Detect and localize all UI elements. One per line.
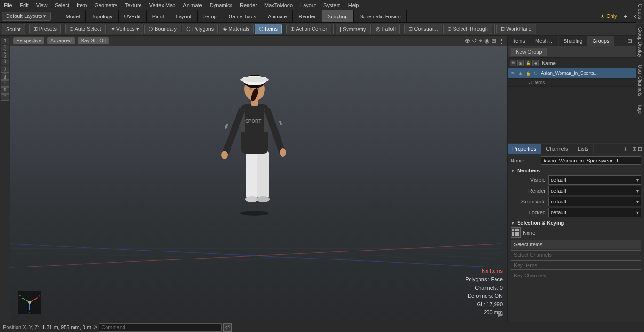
sidebar-btn-pol[interactable]: Pol	[1, 73, 9, 80]
key-items-button[interactable]: Key Items	[511, 260, 641, 270]
action-center-button[interactable]: ⊕ Action Center	[286, 24, 331, 34]
tab-layout[interactable]: Layout	[170, 10, 198, 22]
sidebar-btn-mes[interactable]: Mes	[1, 52, 9, 58]
menu-file[interactable]: File	[0, 1, 16, 9]
props-tab-properties[interactable]: Properties	[508, 144, 541, 154]
layout-add-button[interactable]: +	[621, 12, 630, 21]
viewport-advanced-btn[interactable]: Advanced	[47, 37, 74, 44]
col-extra-icon[interactable]: ◈	[532, 60, 539, 66]
menu-texture[interactable]: Texture	[121, 1, 146, 9]
tab-uvedit[interactable]: UVEdit	[119, 10, 147, 22]
name-input[interactable]	[541, 156, 641, 165]
viewport-rotate-icon[interactable]: ↺	[472, 37, 477, 45]
menu-help[interactable]: Help	[345, 1, 363, 9]
star-only-toggle[interactable]: ★ Only	[596, 12, 621, 20]
sidebar-btn-f[interactable]: F...	[1, 94, 9, 101]
item-lock-icon[interactable]: 🔒	[525, 70, 531, 77]
item-render-icon[interactable]: ◉	[517, 70, 524, 77]
menu-dynamics[interactable]: Dynamics	[206, 1, 236, 9]
edge-tab-user-channels[interactable]: User Channels	[636, 61, 644, 100]
viewport[interactable]: Perspective Advanced Ray GL: Off ⊕ ↺ ⌖ ◉…	[10, 36, 507, 322]
presets-button[interactable]: ⊞ Presets	[29, 24, 61, 34]
menu-item[interactable]: Item	[73, 1, 91, 9]
viewport-home-icon[interactable]: ⊕	[465, 37, 470, 45]
tab-topology[interactable]: Topology	[86, 10, 118, 22]
layout-dropdown[interactable]: Default Layouts ▾	[2, 12, 51, 21]
select-items-button[interactable]: Select Items	[511, 240, 641, 249]
panel-tab-shading[interactable]: Shading	[559, 36, 587, 46]
viewport-fit-icon[interactable]: ⌖	[479, 37, 482, 45]
menu-system[interactable]: System	[320, 1, 345, 9]
locked-dropdown[interactable]: default ▾	[548, 208, 641, 217]
panel-icon-lock[interactable]: ⊟	[626, 37, 634, 45]
key-channels-button[interactable]: Key Channels	[511, 271, 641, 280]
sidebar-btn-dup[interactable]: Dup	[1, 45, 9, 51]
col-lock-icon[interactable]: 🔒	[525, 60, 531, 66]
constraint-button[interactable]: ⊡ Constrai...	[404, 24, 442, 34]
render-dropdown[interactable]: default ▾	[548, 186, 641, 195]
workplane-button[interactable]: ⊟ WorkPlane	[496, 24, 536, 34]
menu-vertex-map[interactable]: Vertex Map	[146, 1, 180, 9]
panel-tab-groups[interactable]: Groups	[587, 36, 614, 46]
menu-animate[interactable]: Animate	[179, 1, 206, 9]
panel-tab-items[interactable]: Items	[508, 36, 530, 46]
viewport-more-icon[interactable]: ⋮	[498, 37, 504, 45]
sidebar-btn-c[interactable]: C...	[1, 80, 9, 87]
viewport-perspective-btn[interactable]: Perspective	[13, 37, 44, 44]
tab-scripting[interactable]: Scripting	[322, 10, 354, 22]
visible-dropdown[interactable]: default ▾	[548, 175, 641, 185]
menu-select[interactable]: Select	[51, 1, 73, 9]
select-channels-button[interactable]: Select Channels	[511, 250, 641, 259]
cmd-run-button[interactable]: ⏎	[223, 323, 232, 332]
polygons-button[interactable]: ⬡ Polygons	[182, 24, 218, 34]
props-plus-button[interactable]: +	[621, 145, 630, 153]
new-group-button[interactable]: New Group	[511, 48, 547, 56]
props-tab-channels[interactable]: Channels	[541, 144, 573, 154]
none-label[interactable]: None	[523, 230, 535, 235]
col-render-icon[interactable]: ◉	[517, 60, 524, 66]
menu-geometry[interactable]: Geometry	[91, 1, 121, 9]
edge-tab-tags[interactable]: Tags	[636, 100, 644, 118]
menu-maxtomodo[interactable]: MaxToModo	[261, 1, 297, 9]
menu-edit[interactable]: Edit	[16, 1, 33, 9]
sidebar-btn-uv[interactable]: UV...	[1, 87, 9, 94]
materials-button[interactable]: ◈ Materials	[219, 24, 254, 34]
boundary-button[interactable]: ⬡ Boundary	[144, 24, 181, 34]
menu-layout[interactable]: Layout	[297, 1, 320, 9]
tab-game-tools[interactable]: Game Tools	[223, 10, 263, 22]
tab-paint[interactable]: Paint	[147, 10, 170, 22]
sculpt-button[interactable]: Sculpt	[2, 24, 25, 34]
auto-select-button[interactable]: ⊙ Auto Select	[65, 24, 106, 34]
col-eye-icon[interactable]: 👁	[510, 60, 516, 66]
vertices-button[interactable]: ✦ Vertices ▾	[107, 24, 143, 34]
tab-model[interactable]: Model	[60, 10, 86, 22]
members-section-header[interactable]: ▼ Members	[511, 167, 641, 174]
scene-scroll-btn[interactable]: ▶	[498, 310, 504, 318]
viewport-raygl-btn[interactable]: Ray GL: Off	[78, 37, 109, 44]
edge-tab-groups[interactable]: Groups	[636, 0, 644, 24]
falloff-button[interactable]: ◎ Falloff	[372, 24, 400, 34]
tab-render[interactable]: Render	[293, 10, 322, 22]
sidebar-btn-ve[interactable]: Ve...	[1, 59, 9, 65]
group-item-asian-woman[interactable]: 👁 ◉ 🔒 ⬡ Asian_Woman_in_Sports...	[508, 68, 644, 79]
items-button[interactable]: ⬡ Items	[255, 24, 282, 34]
edge-tab-group-display[interactable]: Group Display	[636, 24, 644, 61]
tab-setup[interactable]: Setup	[198, 10, 223, 22]
menu-view[interactable]: View	[33, 1, 51, 9]
tab-schematic-fusion[interactable]: Schematic Fusion	[354, 10, 406, 22]
symmetry-button[interactable]: | Symmetry	[336, 24, 370, 34]
props-tab-lists[interactable]: Lists	[573, 144, 594, 154]
command-input[interactable]	[99, 323, 222, 332]
tab-animate[interactable]: Animate	[262, 10, 293, 22]
sidebar-btn-em[interactable]: Em...	[1, 66, 9, 73]
viewport-fullscreen-icon[interactable]: ◉	[484, 37, 489, 45]
panel-tab-mesh[interactable]: Mesh ...	[530, 36, 559, 46]
scene-viewport[interactable]: SPORT	[10, 46, 507, 322]
item-eye-icon[interactable]: 👁	[510, 70, 516, 77]
viewport-grid-icon[interactable]: ⊞	[491, 37, 496, 45]
selectable-dropdown[interactable]: default ▾	[548, 197, 641, 206]
menu-render[interactable]: Render	[236, 1, 261, 9]
sidebar-btn-de[interactable]: De...	[1, 38, 9, 44]
selection-keying-header[interactable]: ▼ Selection & Keying	[511, 219, 641, 227]
select-through-button[interactable]: ⊙ Select Through	[443, 24, 492, 34]
